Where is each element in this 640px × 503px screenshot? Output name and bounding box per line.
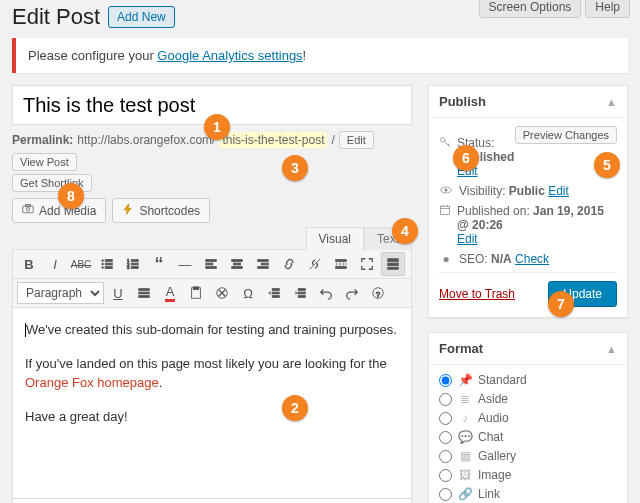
format-label: Gallery	[478, 449, 516, 463]
strike-icon[interactable]: ABC	[69, 252, 93, 276]
calendar-icon	[439, 204, 451, 216]
format-radio[interactable]	[439, 393, 452, 406]
element-path: P	[13, 498, 411, 503]
orange-fox-link[interactable]: Orange Fox homepage	[25, 375, 159, 390]
bullet-list-icon[interactable]	[95, 252, 119, 276]
help-icon[interactable]: ?	[366, 281, 390, 305]
clear-format-icon[interactable]	[210, 281, 234, 305]
editor-toolbar-1: B I ABC 123 “ —	[13, 250, 411, 279]
svg-rect-21	[258, 260, 269, 262]
move-to-trash-link[interactable]: Move to Trash	[439, 287, 515, 301]
quote-icon[interactable]: “	[147, 252, 171, 276]
format-radio[interactable]	[439, 488, 452, 501]
align-center-icon[interactable]	[225, 252, 249, 276]
special-char-icon[interactable]: Ω	[236, 281, 260, 305]
screen-options-button[interactable]: Screen Options	[479, 0, 582, 18]
redo-icon[interactable]	[340, 281, 364, 305]
align-right-icon[interactable]	[251, 252, 275, 276]
svg-point-47	[445, 189, 448, 192]
svg-rect-23	[258, 267, 269, 269]
svg-rect-11	[131, 267, 138, 269]
view-post-button[interactable]: View Post	[12, 153, 77, 171]
svg-rect-6	[105, 263, 112, 265]
editor-content[interactable]: We've created this sub-domain for testin…	[13, 308, 411, 498]
hr-icon[interactable]: —	[173, 252, 197, 276]
format-label: Link	[478, 487, 500, 501]
format-option-audio[interactable]: ♪Audio	[439, 411, 617, 425]
italic-icon[interactable]: I	[43, 252, 67, 276]
underline-icon[interactable]: U	[106, 281, 130, 305]
publish-box: Publish▲ Preview Changes Status: Publish…	[428, 85, 628, 318]
badge-5: 5	[594, 152, 620, 178]
format-option-chat[interactable]: 💬Chat	[439, 430, 617, 444]
format-radio[interactable]	[439, 469, 452, 482]
svg-rect-48	[441, 206, 450, 214]
svg-point-5	[102, 263, 104, 265]
format-option-image[interactable]: 🖼Image	[439, 468, 617, 482]
format-radio[interactable]	[439, 374, 452, 387]
page-title: Edit Post	[12, 4, 100, 30]
publish-heading[interactable]: Publish▲	[429, 86, 627, 118]
seo-check-link[interactable]: Check	[515, 252, 549, 266]
format-icon: 💬	[458, 430, 472, 444]
permalink-slug: this-is-the-test-post	[219, 132, 327, 148]
format-option-gallery[interactable]: ▦Gallery	[439, 449, 617, 463]
svg-rect-41	[298, 292, 305, 294]
svg-rect-42	[298, 296, 305, 298]
paste-text-icon[interactable]	[184, 281, 208, 305]
analytics-settings-link[interactable]: Google Analytics settings	[157, 48, 302, 63]
badge-1: 1	[204, 114, 230, 140]
badge-8: 8	[58, 183, 84, 209]
svg-point-1	[26, 208, 29, 211]
format-select[interactable]: Paragraph	[17, 282, 104, 304]
format-label: Image	[478, 468, 511, 482]
permalink-edit-button[interactable]: Edit	[339, 131, 374, 149]
format-option-link[interactable]: 🔗Link	[439, 487, 617, 501]
justify-icon[interactable]	[132, 281, 156, 305]
format-radio[interactable]	[439, 450, 452, 463]
shortcodes-button[interactable]: Shortcodes	[112, 198, 210, 223]
badge-3: 3	[282, 155, 308, 181]
kitchen-sink-icon[interactable]	[381, 252, 405, 276]
number-list-icon[interactable]: 123	[121, 252, 145, 276]
link-icon[interactable]	[277, 252, 301, 276]
svg-point-7	[102, 267, 104, 269]
fullscreen-icon[interactable]	[355, 252, 379, 276]
format-label: Standard	[478, 373, 527, 387]
outdent-icon[interactable]	[262, 281, 286, 305]
format-radio[interactable]	[439, 431, 452, 444]
preview-changes-button[interactable]: Preview Changes	[515, 126, 617, 144]
edit-visibility-link[interactable]: Edit	[548, 184, 569, 198]
visual-tab[interactable]: Visual	[306, 227, 364, 250]
format-heading[interactable]: Format▲	[429, 333, 627, 365]
svg-text:?: ?	[376, 290, 381, 299]
format-label: Aside	[478, 392, 508, 406]
edit-date-link[interactable]: Edit	[457, 232, 478, 246]
add-new-button[interactable]: Add New	[108, 6, 175, 28]
svg-rect-20	[232, 267, 243, 269]
svg-rect-9	[131, 260, 138, 262]
format-option-standard[interactable]: 📌Standard	[439, 373, 617, 387]
svg-rect-32	[139, 292, 150, 294]
svg-rect-18	[232, 260, 243, 262]
chevron-up-icon[interactable]: ▲	[606, 96, 617, 108]
eye-icon	[439, 184, 453, 196]
unlink-icon[interactable]	[303, 252, 327, 276]
indent-icon[interactable]	[288, 281, 312, 305]
textcolor-icon[interactable]: A	[158, 281, 182, 305]
key-icon	[439, 136, 451, 148]
format-radio[interactable]	[439, 412, 452, 425]
undo-icon[interactable]	[314, 281, 338, 305]
help-button[interactable]: Help	[585, 0, 630, 18]
svg-rect-4	[105, 260, 112, 262]
bold-icon[interactable]: B	[17, 252, 41, 276]
svg-rect-25	[336, 260, 347, 262]
camera-icon	[22, 203, 34, 218]
format-icon: 📌	[458, 373, 472, 387]
more-tag-icon[interactable]	[329, 252, 353, 276]
align-left-icon[interactable]	[199, 252, 223, 276]
chevron-up-icon[interactable]: ▲	[606, 343, 617, 355]
svg-rect-30	[388, 268, 399, 270]
format-option-aside[interactable]: ≣Aside	[439, 392, 617, 406]
badge-7: 7	[548, 291, 574, 317]
